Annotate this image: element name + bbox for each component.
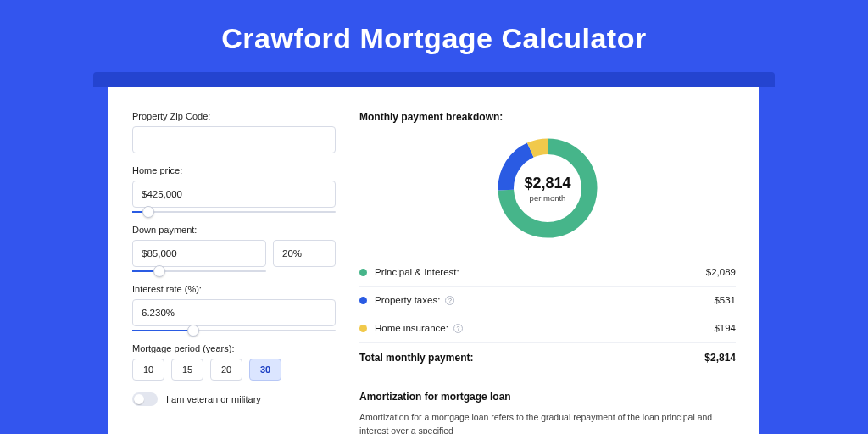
breakdown-heading: Monthly payment breakdown:	[359, 111, 736, 123]
total-label: Total monthly payment:	[359, 352, 704, 364]
donut-value: $2,814	[524, 175, 570, 192]
period-option-15[interactable]: 15	[171, 359, 203, 381]
period-option-10[interactable]: 10	[132, 359, 164, 381]
down-amount-input[interactable]	[132, 240, 266, 267]
donut-chart: $2,814 per month	[492, 133, 603, 243]
legend-row-principal: Principal & Interest: $2,089	[359, 259, 736, 287]
amort-heading: Amortization for mortgage loan	[359, 391, 736, 403]
total-row: Total monthly payment: $2,814	[359, 342, 736, 372]
price-slider[interactable]	[132, 211, 336, 213]
price-label: Home price:	[132, 165, 336, 175]
donut-wrap: $2,814 per month	[359, 133, 736, 243]
zip-field: Property Zip Code:	[132, 111, 336, 153]
calculator-card: Property Zip Code: Home price: Down paym…	[108, 87, 760, 434]
down-pct-input[interactable]	[273, 240, 336, 267]
legend-row-tax: Property taxes: ? $531	[359, 287, 736, 314]
page-title: Crawford Mortgage Calculator	[0, 0, 868, 72]
amortization-section: Amortization for mortgage loan Amortizat…	[359, 391, 736, 434]
legend-value: $194	[714, 323, 736, 333]
legend-label: Property taxes: ?	[375, 295, 714, 305]
rate-field: Interest rate (%):	[132, 284, 336, 331]
card-shadow	[93, 72, 775, 87]
down-label: Down payment:	[132, 225, 336, 235]
help-icon[interactable]: ?	[453, 324, 463, 333]
dot-icon	[359, 325, 367, 332]
period-field: Mortgage period (years): 10 15 20 30	[132, 343, 336, 381]
price-input[interactable]	[132, 181, 336, 208]
amort-body: Amortization for a mortgage loan refers …	[359, 411, 736, 434]
rate-label: Interest rate (%):	[132, 284, 336, 294]
veteran-row: I am veteran or military	[132, 392, 336, 406]
down-slider[interactable]	[132, 270, 266, 272]
legend-value: $531	[714, 295, 736, 305]
dot-icon	[359, 269, 367, 276]
legend-label: Home insurance: ?	[375, 323, 714, 333]
period-option-30[interactable]: 30	[249, 359, 281, 381]
donut-sub: per month	[530, 193, 566, 203]
zip-input[interactable]	[132, 126, 336, 153]
legend-row-insurance: Home insurance: ? $194	[359, 314, 736, 342]
rate-input[interactable]	[132, 299, 336, 326]
period-option-20[interactable]: 20	[210, 359, 242, 381]
total-value: $2,814	[704, 352, 736, 364]
donut-center: $2,814 per month	[492, 133, 603, 243]
rate-slider[interactable]	[132, 330, 336, 331]
veteran-toggle[interactable]	[132, 392, 158, 406]
legend-label: Principal & Interest:	[375, 267, 706, 277]
price-field: Home price:	[132, 165, 336, 213]
legend-value: $2,089	[706, 267, 736, 277]
zip-label: Property Zip Code:	[132, 111, 336, 121]
breakdown-panel: Monthly payment breakdown: $2,814 per mo…	[359, 111, 736, 434]
form-panel: Property Zip Code: Home price: Down paym…	[132, 111, 336, 434]
dot-icon	[359, 297, 367, 304]
down-field: Down payment:	[132, 225, 336, 272]
period-label: Mortgage period (years):	[132, 343, 336, 353]
toggle-knob	[134, 394, 144, 404]
help-icon[interactable]: ?	[445, 296, 454, 305]
period-segmented: 10 15 20 30	[132, 359, 336, 381]
veteran-label: I am veteran or military	[166, 394, 261, 404]
